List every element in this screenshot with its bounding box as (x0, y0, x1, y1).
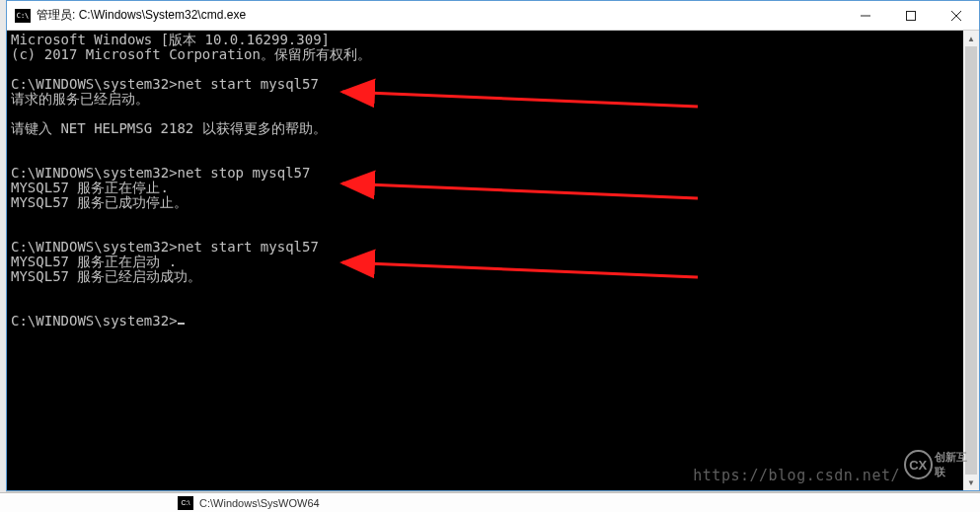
console-area: Microsoft Windows [版本 10.0.16299.309] (c… (7, 31, 979, 490)
svg-rect-1 (907, 11, 916, 20)
scroll-up-button[interactable]: ▲ (963, 31, 979, 46)
maximize-button[interactable] (888, 1, 934, 30)
app-icon: C:\ (15, 9, 31, 23)
console-output[interactable]: Microsoft Windows [版本 10.0.16299.309] (c… (7, 31, 963, 490)
maximize-icon (906, 11, 916, 21)
console-line: (c) 2017 Microsoft Corporation。保留所有权利。 (11, 46, 371, 62)
taskbar-fragment: C:\ C:\Windows\SysWOW64 (0, 492, 980, 512)
console-line: 请求的服务已经启动。 (11, 91, 149, 107)
minimize-button[interactable] (843, 1, 888, 30)
console-line: MYSQL57 服务已经启动成功。 (11, 268, 201, 284)
vertical-scrollbar[interactable]: ▲ ▼ (963, 31, 979, 490)
logo-text: 创新互联 (935, 450, 975, 479)
cmd-window: C:\ 管理员: C:\Windows\System32\cmd.exe Mic… (6, 0, 980, 491)
console-line: C:\WINDOWS\system32>net stop mysql57 (11, 165, 310, 181)
close-icon (951, 11, 961, 21)
minimize-icon (861, 11, 870, 21)
console-line: C:\WINDOWS\system32>net start mysql57 (11, 239, 319, 255)
console-line: Microsoft Windows [版本 10.0.16299.309] (11, 32, 330, 47)
console-line: MYSQL57 服务正在停止. (11, 180, 169, 195)
taskbar-path: C:\Windows\SysWOW64 (199, 497, 320, 509)
window-controls (843, 1, 979, 30)
console-line: MYSQL57 服务已成功停止。 (11, 194, 188, 210)
chevron-up-icon: ▲ (967, 35, 975, 43)
close-button[interactable] (934, 1, 979, 30)
watermark-url: https://blog.csdn.net/ (693, 467, 900, 484)
window-title: 管理员: C:\Windows\System32\cmd.exe (37, 7, 843, 24)
scroll-thumb[interactable] (965, 46, 977, 475)
console-line: C:\WINDOWS\system32>net start mysql57 (11, 76, 319, 92)
console-line: 请键入 NET HELPMSG 2182 以获得更多的帮助。 (11, 120, 327, 136)
scroll-track[interactable] (963, 46, 979, 475)
titlebar[interactable]: C:\ 管理员: C:\Windows\System32\cmd.exe (7, 1, 979, 31)
watermark-logo: CX 创新互联 (904, 449, 975, 480)
cursor (178, 323, 185, 325)
console-line: MYSQL57 服务正在启动 . (11, 254, 177, 269)
logo-mark-icon: CX (904, 450, 933, 479)
taskbar-app-icon: C:\ (178, 496, 193, 510)
console-line: C:\WINDOWS\system32> (11, 313, 178, 329)
